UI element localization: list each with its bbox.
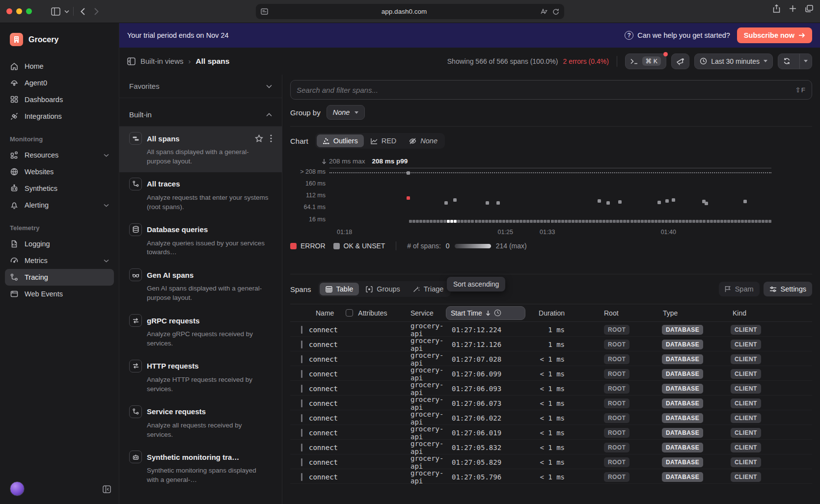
span-bucket[interactable] — [630, 220, 633, 223]
span-bucket[interactable] — [547, 220, 550, 223]
dense-span-bucket[interactable] — [450, 220, 453, 223]
close-window-button[interactable] — [6, 8, 12, 14]
column-name[interactable]: Name — [316, 309, 334, 317]
span-bucket[interactable] — [748, 220, 751, 223]
span-bucket[interactable] — [516, 220, 519, 223]
view-item-http-requests[interactable]: HTTP requests Analyze HTTP requests rece… — [119, 354, 282, 400]
breadcrumb-parent[interactable]: Built-in views — [140, 57, 184, 65]
span-bucket[interactable] — [412, 220, 415, 223]
span-bucket[interactable] — [489, 220, 492, 223]
span-bucket[interactable] — [768, 220, 771, 223]
span-bucket[interactable] — [461, 220, 464, 223]
span-bucket[interactable] — [533, 220, 536, 223]
span-bucket[interactable] — [464, 220, 467, 223]
view-item-grpc-requests[interactable]: gRPC requests Analyze gRPC requests rece… — [119, 309, 282, 354]
span-point[interactable] — [444, 201, 448, 205]
tab-triage[interactable]: Triage — [407, 283, 450, 295]
span-bucket[interactable] — [627, 220, 629, 223]
span-bucket[interactable] — [565, 220, 568, 223]
forward-button[interactable] — [89, 4, 103, 18]
span-bucket[interactable] — [523, 220, 526, 223]
span-bucket[interactable] — [648, 220, 651, 223]
reader-mode-icon[interactable] — [261, 8, 268, 15]
span-point[interactable] — [486, 201, 489, 205]
span-bucket[interactable] — [551, 220, 554, 223]
dense-span-bucket[interactable] — [454, 220, 457, 223]
views-panel-icon[interactable] — [127, 57, 136, 65]
dense-span-bucket[interactable] — [447, 220, 450, 223]
span-bucket[interactable] — [433, 220, 436, 223]
column-kind[interactable]: Kind — [707, 309, 812, 317]
span-bucket[interactable] — [727, 220, 730, 223]
span-bucket[interactable] — [558, 220, 561, 223]
span-bucket[interactable] — [685, 220, 688, 223]
kebab-menu-icon[interactable] — [270, 134, 272, 142]
span-bucket[interactable] — [655, 220, 657, 223]
legend-ok-unset[interactable]: OK & UNSET — [333, 242, 385, 250]
span-bucket[interactable] — [440, 220, 443, 223]
span-bucket[interactable] — [710, 220, 713, 223]
span-bucket[interactable] — [620, 220, 623, 223]
span-point[interactable] — [407, 171, 410, 175]
sidebar-chevron-down-icon[interactable] — [62, 4, 71, 18]
span-bucket[interactable] — [423, 220, 426, 223]
span-bucket[interactable] — [578, 220, 581, 223]
span-bucket[interactable] — [502, 220, 505, 223]
view-item-service-requests[interactable]: Service requests Analyze all requests re… — [119, 400, 282, 446]
attributes-checkbox[interactable] — [346, 309, 353, 317]
span-bucket[interactable] — [506, 220, 509, 223]
span-bucket[interactable] — [661, 220, 664, 223]
span-bucket[interactable] — [530, 220, 533, 223]
table-row[interactable]: connect grocery-api 01:27:07.028 < 1 ms … — [290, 351, 812, 366]
sidebar-item-synthetics[interactable]: Synthetics — [5, 180, 114, 197]
tab-overview-icon[interactable] — [805, 5, 813, 12]
sidebar-item-alerting[interactable]: Alerting — [5, 197, 114, 213]
view-item-all-traces[interactable]: All traces Analyze requests that enter y… — [119, 172, 282, 218]
span-bucket[interactable] — [409, 220, 412, 223]
table-row[interactable]: connect grocery-api 01:27:12.126 1 ms RO… — [290, 337, 812, 351]
sidebar-item-websites[interactable]: Websites — [5, 163, 114, 180]
star-icon[interactable] — [255, 134, 263, 142]
tab-outliers[interactable]: Outliers — [317, 134, 364, 147]
span-bucket[interactable] — [762, 220, 765, 223]
span-bucket[interactable] — [592, 220, 595, 223]
span-bucket[interactable] — [651, 220, 654, 223]
span-bucket[interactable] — [672, 220, 675, 223]
span-bucket[interactable] — [492, 220, 495, 223]
span-point[interactable] — [598, 199, 601, 203]
time-range-select[interactable]: Last 30 minutes — [694, 53, 773, 69]
span-bucket[interactable] — [554, 220, 557, 223]
builtin-section-header[interactable]: Built-in — [119, 103, 282, 127]
user-avatar[interactable] — [10, 481, 25, 496]
org-switcher[interactable]: Grocery — [0, 23, 119, 53]
span-bucket[interactable] — [616, 220, 619, 223]
span-bucket[interactable] — [634, 220, 637, 223]
sidebar-item-tracing[interactable]: Tracing — [5, 269, 114, 286]
error-count[interactable]: 2 errors (0.4%) — [563, 57, 608, 65]
span-bucket[interactable] — [637, 220, 640, 223]
span-bucket[interactable] — [572, 220, 574, 223]
span-bucket[interactable] — [613, 220, 616, 223]
span-bucket[interactable] — [609, 220, 612, 223]
span-bucket[interactable] — [602, 220, 605, 223]
sidebar-item-logging[interactable]: Logging — [5, 236, 114, 252]
span-point[interactable] — [705, 202, 708, 205]
span-bucket[interactable] — [495, 220, 498, 223]
span-bucket[interactable] — [568, 220, 571, 223]
span-point[interactable] — [665, 199, 669, 203]
span-bucket[interactable] — [596, 220, 599, 223]
search-input[interactable] — [297, 86, 795, 94]
column-root[interactable]: Root — [565, 309, 629, 317]
sidebar-item-dashboards[interactable]: Dashboards — [5, 91, 114, 108]
span-bucket[interactable] — [513, 220, 516, 223]
sidebar-item-resources[interactable]: Resources — [5, 147, 114, 163]
span-bucket[interactable] — [599, 220, 602, 223]
span-bucket[interactable] — [585, 220, 588, 223]
span-point[interactable] — [496, 201, 500, 205]
span-bucket[interactable] — [679, 220, 682, 223]
collapse-sidebar-icon[interactable] — [103, 485, 111, 493]
span-bucket[interactable] — [485, 220, 488, 223]
tab-none[interactable]: None — [403, 134, 443, 147]
span-bucket[interactable] — [720, 220, 723, 223]
span-point[interactable] — [606, 201, 610, 205]
